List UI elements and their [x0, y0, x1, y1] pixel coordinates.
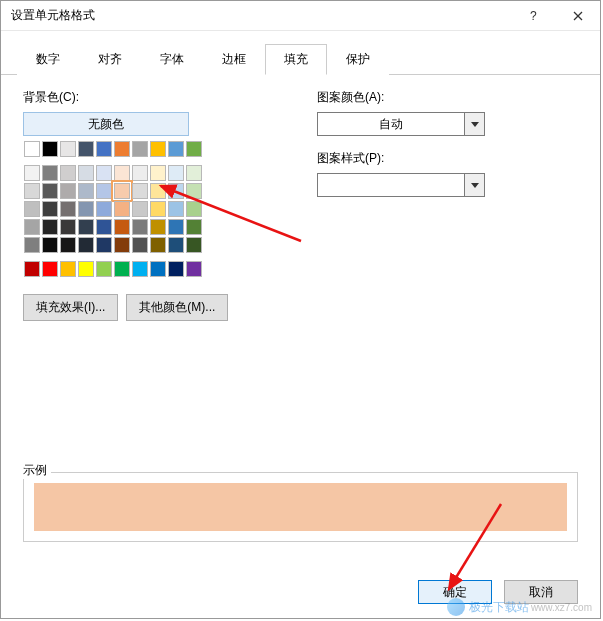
color-swatch[interactable] — [60, 165, 76, 181]
color-swatch[interactable] — [42, 237, 58, 253]
color-swatch[interactable] — [168, 219, 184, 235]
color-swatch[interactable] — [96, 165, 112, 181]
color-swatch[interactable] — [168, 165, 184, 181]
color-swatch[interactable] — [132, 201, 148, 217]
color-swatch[interactable] — [150, 201, 166, 217]
color-swatch[interactable] — [132, 237, 148, 253]
color-swatch[interactable] — [42, 261, 58, 277]
color-swatch[interactable] — [186, 261, 202, 277]
color-swatch[interactable] — [186, 201, 202, 217]
color-swatch[interactable] — [78, 219, 94, 235]
pattern-style-value — [318, 174, 464, 196]
tab-3[interactable]: 边框 — [203, 44, 265, 75]
color-swatch[interactable] — [96, 219, 112, 235]
color-swatch[interactable] — [24, 219, 40, 235]
color-swatch[interactable] — [78, 201, 94, 217]
color-swatch[interactable] — [114, 261, 130, 277]
color-swatch[interactable] — [186, 237, 202, 253]
svg-text:?: ? — [530, 11, 537, 21]
titlebar: 设置单元格格式 ? — [1, 1, 600, 31]
color-swatch[interactable] — [96, 183, 112, 199]
color-swatch[interactable] — [96, 201, 112, 217]
color-swatch[interactable] — [150, 141, 166, 157]
color-swatch[interactable] — [60, 219, 76, 235]
color-swatch[interactable] — [24, 165, 40, 181]
color-swatch[interactable] — [42, 141, 58, 157]
tab-1[interactable]: 对齐 — [79, 44, 141, 75]
color-swatch[interactable] — [168, 261, 184, 277]
bgcolor-label: 背景色(C): — [23, 89, 303, 106]
color-swatch[interactable] — [114, 183, 130, 199]
color-swatch[interactable] — [96, 261, 112, 277]
color-swatch[interactable] — [186, 219, 202, 235]
color-swatch[interactable] — [96, 141, 112, 157]
tab-0[interactable]: 数字 — [17, 44, 79, 75]
color-swatch[interactable] — [150, 165, 166, 181]
watermark-url: www.xz7.com — [531, 602, 592, 613]
color-swatch[interactable] — [24, 237, 40, 253]
color-swatch[interactable] — [114, 237, 130, 253]
color-swatch[interactable] — [78, 183, 94, 199]
color-swatch[interactable] — [96, 237, 112, 253]
color-swatch[interactable] — [132, 141, 148, 157]
chevron-down-icon — [464, 113, 484, 135]
pattern-style-label: 图案样式(P): — [317, 150, 578, 167]
sample-box — [23, 472, 578, 542]
color-swatch[interactable] — [78, 165, 94, 181]
color-swatch[interactable] — [186, 141, 202, 157]
color-swatch[interactable] — [150, 261, 166, 277]
color-swatch[interactable] — [60, 183, 76, 199]
color-swatch[interactable] — [60, 141, 76, 157]
watermark-logo-icon — [447, 598, 465, 616]
color-swatch[interactable] — [24, 261, 40, 277]
fill-effects-button[interactable]: 填充效果(I)... — [23, 294, 118, 321]
pattern-color-combo[interactable]: 自动 — [317, 112, 485, 136]
color-swatch[interactable] — [42, 201, 58, 217]
color-swatch[interactable] — [150, 219, 166, 235]
format-cells-dialog: 设置单元格格式 ? 数字对齐字体边框填充保护 背景色(C): 无颜色 填充效果(… — [0, 0, 601, 619]
color-swatch[interactable] — [132, 261, 148, 277]
pattern-style-combo[interactable] — [317, 173, 485, 197]
pattern-color-label: 图案颜色(A): — [317, 89, 578, 106]
watermark-brand: 极光下载站 — [469, 599, 529, 616]
color-swatch[interactable] — [168, 141, 184, 157]
color-swatch[interactable] — [42, 183, 58, 199]
tab-2[interactable]: 字体 — [141, 44, 203, 75]
color-swatch[interactable] — [150, 183, 166, 199]
color-swatch[interactable] — [24, 141, 40, 157]
color-swatch[interactable] — [168, 201, 184, 217]
color-swatch[interactable] — [114, 141, 130, 157]
chevron-down-icon — [464, 174, 484, 196]
color-swatch[interactable] — [24, 201, 40, 217]
color-swatch[interactable] — [114, 201, 130, 217]
color-swatch[interactable] — [186, 183, 202, 199]
color-swatch[interactable] — [150, 237, 166, 253]
color-swatch[interactable] — [168, 237, 184, 253]
dialog-title: 设置单元格格式 — [11, 7, 510, 24]
fill-tab-content: 背景色(C): 无颜色 填充效果(I)... 其他颜色(M)... 图案颜色(A… — [1, 75, 600, 335]
color-swatch[interactable] — [114, 219, 130, 235]
color-swatch[interactable] — [60, 201, 76, 217]
color-swatch[interactable] — [60, 261, 76, 277]
color-swatch[interactable] — [132, 165, 148, 181]
color-swatch[interactable] — [78, 237, 94, 253]
color-swatch[interactable] — [42, 219, 58, 235]
watermark: 极光下载站 www.xz7.com — [447, 598, 592, 616]
tab-4[interactable]: 填充 — [265, 44, 327, 75]
color-swatch[interactable] — [60, 237, 76, 253]
color-swatch[interactable] — [132, 219, 148, 235]
color-swatch[interactable] — [132, 183, 148, 199]
color-swatch[interactable] — [78, 141, 94, 157]
no-color-button[interactable]: 无颜色 — [23, 112, 189, 136]
color-swatch[interactable] — [78, 261, 94, 277]
color-swatch[interactable] — [24, 183, 40, 199]
tab-5[interactable]: 保护 — [327, 44, 389, 75]
color-swatch[interactable] — [114, 165, 130, 181]
close-button[interactable] — [555, 1, 600, 31]
sample-label: 示例 — [19, 462, 51, 479]
more-colors-button[interactable]: 其他颜色(M)... — [126, 294, 228, 321]
color-swatch[interactable] — [42, 165, 58, 181]
color-swatch[interactable] — [186, 165, 202, 181]
color-swatch[interactable] — [168, 183, 184, 199]
help-button[interactable]: ? — [510, 1, 555, 31]
